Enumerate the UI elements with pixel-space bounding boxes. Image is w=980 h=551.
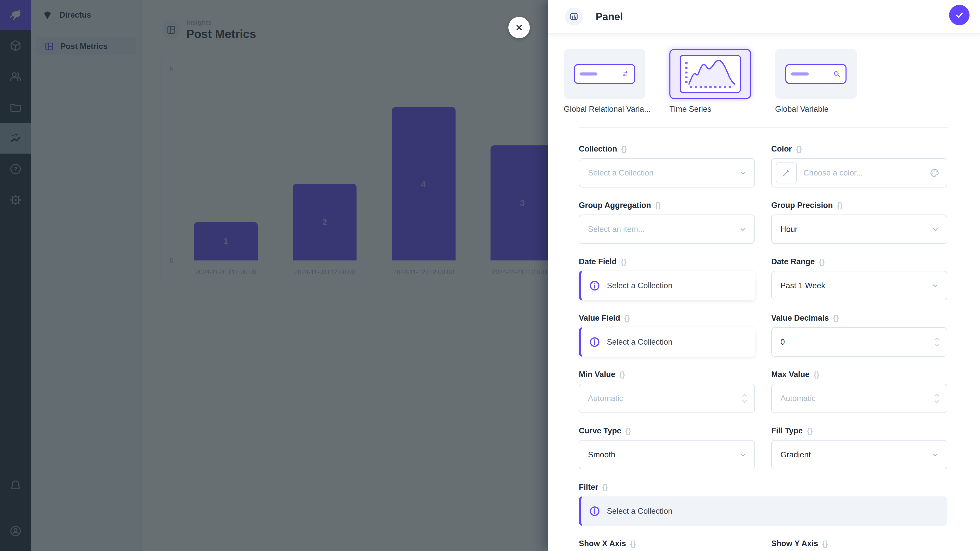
drawer-header: Panel xyxy=(548,0,980,34)
panel-type-global-variable[interactable] xyxy=(775,49,857,99)
fill-type-select[interactable]: Gradient xyxy=(771,440,947,469)
raw-value-icon[interactable]: {} xyxy=(807,427,813,435)
field-show-x-axis: Show X Axis{} xyxy=(579,539,755,551)
chevron-down-icon xyxy=(739,169,747,177)
field-label: Filter xyxy=(579,483,598,492)
value-field-notice: Select a Collection xyxy=(579,327,755,357)
field-show-y-axis: Show Y Axis{} xyxy=(771,539,947,551)
max-value-input[interactable]: Automatic xyxy=(771,384,947,413)
field-group-aggregation: Group Aggregation{} Select an item... xyxy=(579,201,755,244)
raw-value-icon[interactable]: {} xyxy=(619,370,625,379)
raw-value-icon[interactable]: {} xyxy=(796,145,802,153)
panel-chart-icon xyxy=(569,11,579,22)
swap-arrows-icon xyxy=(621,70,630,78)
chevron-down-icon xyxy=(739,451,747,459)
thumbnail-dash xyxy=(791,73,809,76)
drawer-overlay[interactable] xyxy=(0,0,548,551)
panel-type-time-series[interactable] xyxy=(670,49,751,99)
collection-select[interactable]: Select a Collection xyxy=(579,158,755,187)
field-label: Group Aggregation xyxy=(579,201,651,210)
chevron-down-icon xyxy=(932,225,939,233)
raw-value-icon[interactable]: {} xyxy=(837,201,843,210)
chevron-down-icon xyxy=(932,451,939,459)
info-icon xyxy=(589,506,600,517)
raw-value-icon[interactable]: {} xyxy=(624,314,630,322)
min-value-input[interactable]: Automatic xyxy=(579,384,755,413)
close-drawer-button[interactable] xyxy=(508,17,530,38)
field-label: Collection xyxy=(579,144,617,154)
field-label: Min Value xyxy=(579,370,615,379)
color-input[interactable]: Choose a color... xyxy=(771,158,947,187)
curve-type-select[interactable]: Smooth xyxy=(579,440,755,469)
raw-value-icon[interactable]: {} xyxy=(814,370,819,379)
palette-icon[interactable] xyxy=(929,168,940,178)
group-aggregation-select[interactable]: Select an item... xyxy=(579,214,755,244)
group-precision-select[interactable]: Hour xyxy=(771,214,947,244)
field-label: Show X Axis xyxy=(579,539,626,548)
field-label: Date Range xyxy=(771,257,815,266)
raw-value-icon[interactable]: {} xyxy=(833,314,839,322)
field-label: Group Precision xyxy=(771,201,833,210)
chevron-down-icon xyxy=(932,282,939,289)
panel-type-global-relational-variable[interactable] xyxy=(564,49,646,99)
stepper-up-icon[interactable] xyxy=(934,393,940,397)
raw-value-icon[interactable]: {} xyxy=(822,540,828,548)
panel-icon-circle xyxy=(565,8,583,25)
field-label: Max Value xyxy=(771,370,810,379)
date-field-notice: Select a Collection xyxy=(579,271,755,300)
save-button[interactable] xyxy=(949,5,969,25)
field-value-field: Value Field{} Select a Collection xyxy=(579,313,755,357)
stepper-down-icon[interactable] xyxy=(741,400,748,404)
raw-value-icon[interactable]: {} xyxy=(630,540,636,548)
raw-value-icon[interactable]: {} xyxy=(625,427,632,435)
field-label: Show Y Axis xyxy=(771,539,818,548)
field-color: Color{} Choose a color... xyxy=(771,144,947,187)
stepper-down-icon[interactable] xyxy=(934,400,940,404)
field-max-value: Max Value{} Automatic xyxy=(771,370,947,413)
color-swatch-button[interactable] xyxy=(776,162,797,183)
panel-type-label: Global Variable xyxy=(775,105,857,114)
field-group-precision: Group Precision{} Hour xyxy=(771,201,947,244)
info-icon xyxy=(589,280,600,291)
panel-type-picker: Global Relational Varia... xyxy=(564,49,980,114)
section-divider xyxy=(579,127,948,127)
field-label: Value Decimals xyxy=(771,313,829,323)
raw-value-icon[interactable]: {} xyxy=(620,258,627,266)
raw-value-icon[interactable]: {} xyxy=(602,483,608,492)
field-filter: Filter{} Select a Collection xyxy=(579,483,947,526)
field-date-field: Date Field{} Select a Collection xyxy=(579,257,755,300)
raw-value-icon[interactable]: {} xyxy=(819,258,825,266)
eyedropper-icon xyxy=(782,168,791,177)
raw-value-icon[interactable]: {} xyxy=(655,201,661,210)
field-value-decimals: Value Decimals{} 0 xyxy=(771,313,947,357)
search-icon xyxy=(833,70,841,78)
field-date-range: Date Range{} Past 1 Week xyxy=(771,257,947,300)
field-label: Curve Type xyxy=(579,426,621,435)
panel-drawer: Panel Global Relational Varia... xyxy=(548,0,980,551)
time-series-thumbnail-icon xyxy=(681,56,740,92)
field-label: Color xyxy=(771,144,792,154)
field-collection: Collection{} Select a Collection xyxy=(579,144,755,187)
date-range-select[interactable]: Past 1 Week xyxy=(771,271,947,300)
value-decimals-input[interactable]: 0 xyxy=(771,327,947,357)
field-fill-type: Fill Type{} Gradient xyxy=(771,426,947,469)
info-icon xyxy=(589,337,600,348)
panel-type-label: Global Relational Varia... xyxy=(564,105,646,114)
stepper-up-icon[interactable] xyxy=(741,393,748,397)
field-curve-type: Curve Type{} Smooth xyxy=(579,426,755,469)
field-min-value: Min Value{} Automatic xyxy=(579,370,755,413)
chevron-down-icon xyxy=(739,225,747,233)
field-label: Date Field xyxy=(579,257,617,266)
stepper-down-icon[interactable] xyxy=(934,343,940,348)
field-label: Fill Type xyxy=(771,426,803,435)
thumbnail-dash xyxy=(579,73,597,76)
close-icon xyxy=(514,22,524,33)
check-icon xyxy=(954,10,965,21)
drawer-title: Panel xyxy=(596,11,623,22)
filter-notice: Select a Collection xyxy=(579,496,947,526)
panel-type-label: Time Series xyxy=(670,105,751,114)
stepper-up-icon[interactable] xyxy=(934,337,940,341)
raw-value-icon[interactable]: {} xyxy=(621,145,627,153)
field-label: Value Field xyxy=(579,313,620,323)
